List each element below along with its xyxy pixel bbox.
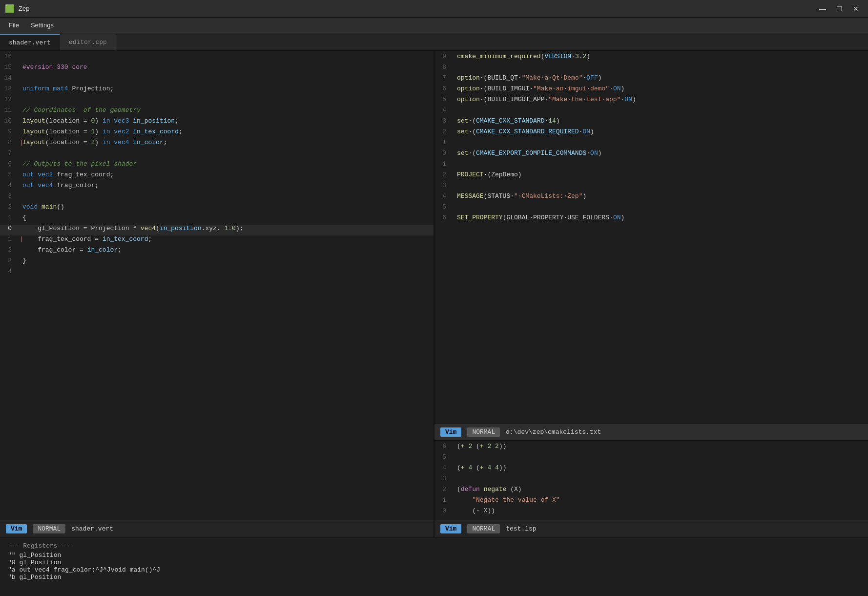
- table-row: 15 #version 330 core: [0, 64, 434, 74]
- register-val: gl_Position: [19, 559, 61, 566]
- table-row: 3 set·(CMAKE_CXX_STANDARD·14): [434, 117, 868, 128]
- table-row: 2 PROJECT·(ZepDemo): [434, 171, 868, 182]
- left-status-bar: Vim NORMAL shader.vert: [0, 520, 434, 537]
- table-row: 1: [434, 139, 868, 149]
- table-row: 3: [434, 475, 868, 486]
- register-val: out vec4 frag_color;^J^Jvoid main()^J: [19, 566, 160, 574]
- table-row: 13 uniform mat4 Projection;: [0, 85, 434, 96]
- table-row: 3: [0, 192, 434, 203]
- register-val: gl_Position: [19, 574, 61, 581]
- right-status-bar-container: Vim NORMAL test.lsp: [434, 520, 868, 537]
- register-item: "0 gl_Position: [8, 559, 860, 566]
- register-key: "0: [8, 559, 16, 566]
- register-key: "a: [8, 566, 16, 574]
- table-row: 8 | layout(location = 2) in vec4 in_colo…: [0, 139, 434, 149]
- table-row: 0 (- X)): [434, 507, 868, 518]
- register-area: --- Registers --- "" gl_Position "0 gl_P…: [0, 537, 868, 596]
- settings-menu[interactable]: Settings: [26, 20, 59, 31]
- table-row: 5 option·(BUILD_IMGUI_APP·"Make·the·test…: [434, 96, 868, 106]
- table-row: 14: [0, 74, 434, 85]
- table-row: 16: [0, 53, 434, 64]
- table-row: 4 MESSAGE(STATUS·"·CMakeLists:·Zep"): [434, 192, 868, 203]
- table-row: 0 gl_Position = Projection * vec4(in_pos…: [0, 225, 434, 235]
- table-row: 7 option·(BUILD_QT·"Make·a·Qt·Demo"·OFF): [434, 74, 868, 85]
- maximize-button[interactable]: ☐: [832, 2, 847, 16]
- table-row: 4: [0, 268, 434, 278]
- menu-bar: File Settings: [0, 18, 868, 33]
- cmake-vim-label: Vim: [440, 427, 461, 437]
- right-bottom-status-bar: Vim NORMAL test.lsp: [434, 520, 868, 537]
- cmake-status-bar: Vim NORMAL d:\dev\zep\cmakelists.txt: [434, 423, 868, 441]
- table-row: 2 frag_color = in_color;: [0, 246, 434, 257]
- file-menu[interactable]: File: [4, 20, 24, 31]
- table-row: 1 "Negate the value of X": [434, 496, 868, 507]
- left-vim-label: Vim: [6, 524, 27, 533]
- register-item: "a out vec4 frag_color;^J^Jvoid main()^J: [8, 566, 860, 574]
- right-editor-pane[interactable]: 9 cmake_minimum_required(VERSION·3.2) 8 …: [434, 51, 868, 520]
- right-mode-label: NORMAL: [467, 524, 500, 533]
- table-row: 1 | frag_tex_coord = in_tex_coord;: [0, 235, 434, 246]
- table-row: 11 // Coordinates of the geometry: [0, 106, 434, 117]
- table-row: 6 (+ 2 (+ 2 2)): [434, 443, 868, 453]
- table-row: 5 out vec2 frag_tex_coord;: [0, 171, 434, 182]
- left-mode-label: NORMAL: [33, 524, 65, 533]
- table-row: 5: [434, 203, 868, 214]
- tab-editor-cpp[interactable]: editor.cpp: [60, 34, 116, 50]
- table-row: 1 {: [0, 214, 434, 225]
- table-row: 9 cmake_minimum_required(VERSION·3.2): [434, 53, 868, 64]
- cmake-mode-label: NORMAL: [467, 427, 500, 437]
- right-vim-label: Vim: [440, 524, 461, 533]
- register-title: --- Registers ---: [8, 542, 860, 550]
- register-item: "" gl_Position: [8, 552, 860, 559]
- minimize-button[interactable]: —: [815, 2, 830, 16]
- table-row: 4: [434, 106, 868, 117]
- table-row: 0 set·(CMAKE_EXPORT_COMPILE_COMMANDS·ON): [434, 149, 868, 160]
- left-file-label: shader.vert: [71, 525, 428, 532]
- table-row: 5: [434, 453, 868, 464]
- table-row: 12: [0, 96, 434, 106]
- table-row: 6 SET_PROPERTY(GLOBAL·PROPERTY·USE_FOLDE…: [434, 214, 868, 225]
- table-row: 4 (+ 4 (+ 4 4)): [434, 464, 868, 475]
- app-title: Zep: [19, 5, 29, 12]
- register-key: "": [8, 552, 16, 559]
- table-row: 2 void main(): [0, 203, 434, 214]
- table-row: 1: [434, 160, 868, 171]
- app-icon: 🟩: [5, 4, 15, 14]
- table-row: 3 }: [0, 257, 434, 268]
- close-button[interactable]: ✕: [848, 2, 863, 16]
- table-row: 2 (defun negate (X): [434, 486, 868, 496]
- cmake-file-label: d:\dev\zep\cmakelists.txt: [506, 428, 862, 436]
- table-row: 6 option·(BUILD_IMGUI·"Make·an·imgui·dem…: [434, 85, 868, 96]
- table-row: 7: [0, 149, 434, 160]
- table-row: 6 // Outputs to the pixel shader: [0, 160, 434, 171]
- table-row: 4 out vec4 frag_color;: [0, 182, 434, 192]
- left-editor-pane[interactable]: 16 15 #version 330 core 14 13 uniform ma…: [0, 51, 434, 520]
- title-bar: 🟩 Zep — ☐ ✕: [0, 0, 868, 18]
- table-row: 10 layout(location = 0) in vec3 in_posit…: [0, 117, 434, 128]
- left-status-bar-container: Vim NORMAL shader.vert: [0, 520, 434, 537]
- left-code-area[interactable]: 16 15 #version 330 core 14 13 uniform ma…: [0, 51, 434, 520]
- table-row: 3: [434, 182, 868, 192]
- window-controls: — ☐ ✕: [815, 2, 863, 16]
- title-bar-left: 🟩 Zep: [5, 4, 29, 14]
- bottom-status-bars: Vim NORMAL shader.vert Vim NORMAL test.l…: [0, 520, 868, 537]
- right-file-label: test.lsp: [506, 525, 862, 532]
- register-val: gl_Position: [19, 552, 61, 559]
- register-key: "b: [8, 574, 16, 581]
- table-row: 2 set·(CMAKE_CXX_STANDARD_REQUIRED·ON): [434, 128, 868, 139]
- tab-bar: shader.vert editor.cpp: [0, 33, 868, 51]
- lisp-editor-area[interactable]: 6 (+ 2 (+ 2 2)) 5 4 (+ 4 (+ 4 4)) 3 2: [434, 441, 868, 520]
- table-row: 9 layout(location = 1) in vec2 in_tex_co…: [0, 128, 434, 139]
- register-item: "b gl_Position: [8, 574, 860, 581]
- table-row: 8: [434, 64, 868, 74]
- editors-container: 16 15 #version 330 core 14 13 uniform ma…: [0, 51, 868, 520]
- tab-shader-vert[interactable]: shader.vert: [0, 34, 60, 50]
- cmake-editor-area[interactable]: 9 cmake_minimum_required(VERSION·3.2) 8 …: [434, 51, 868, 423]
